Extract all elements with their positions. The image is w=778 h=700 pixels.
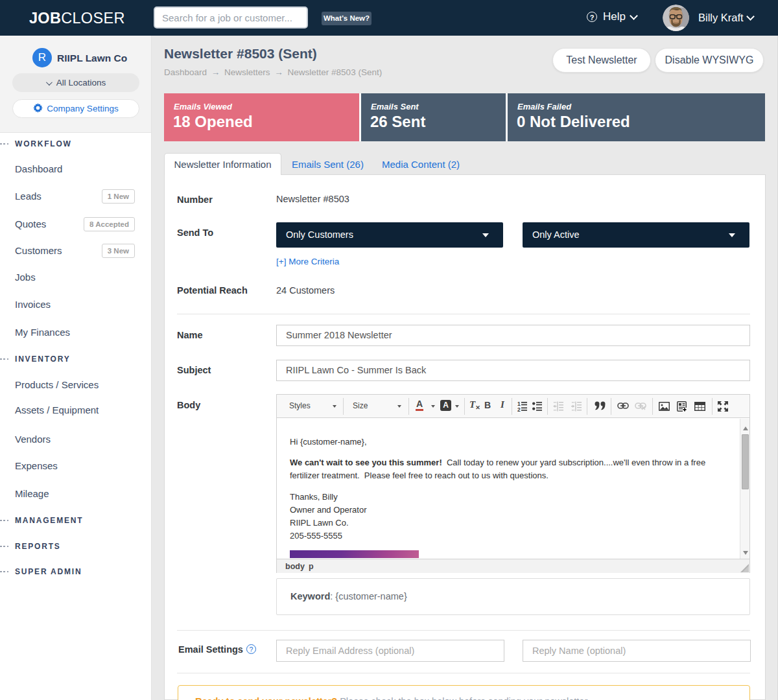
svg-text:2: 2 <box>517 406 521 412</box>
